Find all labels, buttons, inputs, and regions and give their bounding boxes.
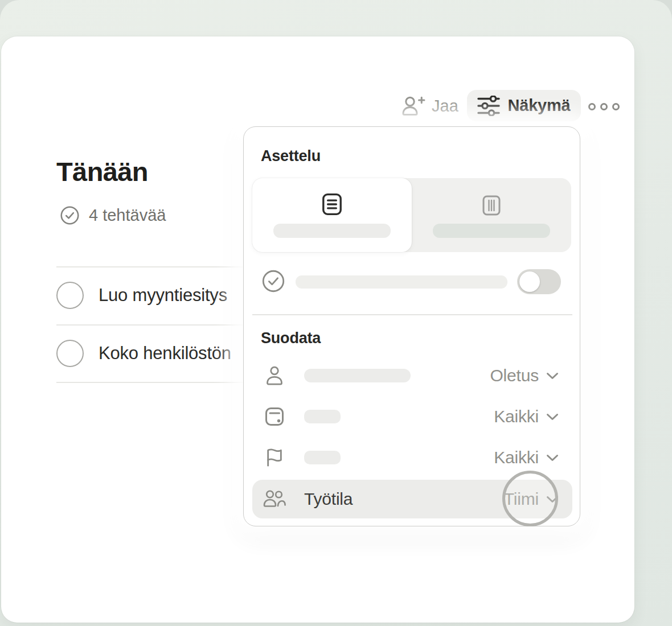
layout-segmented-control (252, 178, 571, 252)
toggle-knob (519, 271, 540, 292)
chevron-down-icon (546, 496, 559, 503)
placeholder-bar (304, 410, 341, 423)
page-title: Tänään (56, 156, 148, 187)
view-button-label: Näkymä (507, 96, 570, 115)
share-label: Jaa (432, 97, 458, 116)
board-layout-icon (482, 195, 501, 216)
placeholder-bar (296, 275, 507, 289)
filter-row-priority[interactable]: Kaikki (252, 437, 572, 478)
layout-option-list[interactable] (252, 178, 412, 252)
placeholder-bar (304, 369, 411, 382)
check-circle-icon (261, 269, 285, 293)
more-options-button[interactable] (588, 102, 620, 111)
chevron-down-icon (546, 413, 559, 421)
layout-option-board[interactable] (412, 178, 571, 252)
check-circle-icon (60, 205, 80, 225)
filter-section-title: Suodata (261, 330, 321, 347)
filter-value: Tiimi (504, 489, 539, 509)
sliders-icon (477, 96, 500, 116)
task-row[interactable]: Luo myyntiesitys (56, 282, 227, 309)
ellipsis-icon (612, 103, 620, 110)
task-count-label: 4 tehtävää (89, 206, 166, 225)
filter-value: Oletus (490, 366, 539, 385)
layout-section-title: Asettelu (261, 147, 321, 165)
filter-value: Kaikki (494, 448, 539, 467)
view-options-popover: Asettelu (243, 126, 580, 526)
project-icon (262, 406, 287, 427)
window-background: Jaa Näkymä Tänään (0, 0, 672, 626)
placeholder-bar (433, 224, 550, 238)
chevron-down-icon (546, 454, 559, 462)
task-title: Koko henkilöstön (99, 343, 231, 364)
task-checkbox[interactable] (56, 340, 84, 367)
placeholder-bar (273, 224, 391, 238)
filter-row-project[interactable]: Kaikki (252, 396, 572, 437)
person-plus-icon (400, 94, 425, 117)
placeholder-bar (304, 451, 341, 464)
app-card: Jaa Näkymä Tänään (1, 36, 634, 623)
person-icon (262, 365, 287, 386)
task-count: 4 tehtävää (60, 205, 166, 225)
list-layout-icon (321, 192, 343, 216)
task-row[interactable]: Koko henkilöstön (56, 340, 231, 367)
filter-value: Kaikki (494, 407, 539, 426)
people-icon (262, 489, 287, 509)
ellipsis-icon (600, 103, 608, 110)
flag-icon (262, 447, 287, 468)
filter-row-workspace[interactable]: Työtila Tiimi (252, 480, 572, 518)
chevron-down-icon (546, 372, 559, 380)
toggle-switch[interactable] (517, 269, 561, 294)
share-button[interactable]: Jaa (400, 93, 458, 118)
ellipsis-icon (588, 103, 596, 110)
divider (252, 314, 572, 315)
filter-row-assignee[interactable]: Oletus (252, 355, 572, 396)
task-title: Luo myyntiesitys (99, 285, 227, 306)
filter-label: Työtila (304, 489, 353, 509)
view-button[interactable]: Näkymä (467, 90, 581, 121)
task-checkbox[interactable] (56, 282, 84, 309)
